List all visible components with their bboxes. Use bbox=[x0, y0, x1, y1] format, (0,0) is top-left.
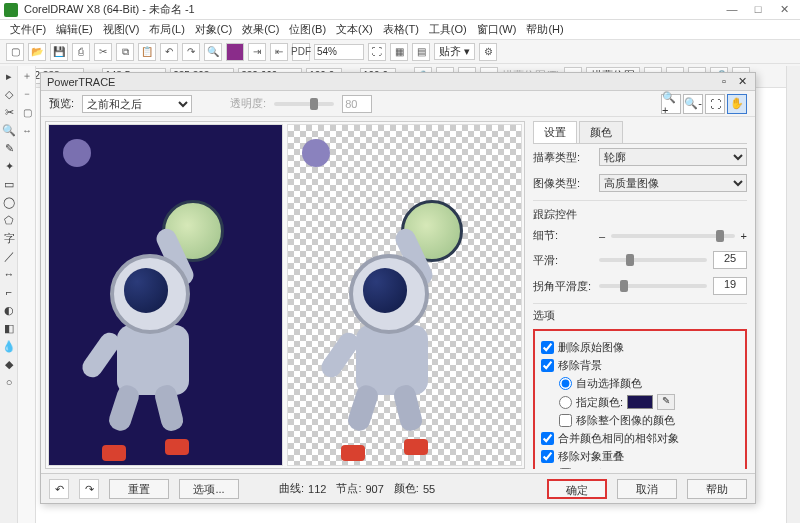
freehand-tool-icon[interactable]: ✎ bbox=[1, 140, 17, 156]
pan-button[interactable]: ✋ bbox=[727, 94, 747, 114]
detail-slider[interactable] bbox=[611, 234, 734, 238]
controls-heading: 跟踪控件 bbox=[533, 207, 747, 222]
text-tool-icon[interactable]: 字 bbox=[1, 230, 17, 246]
redo-step-button[interactable]: ↷ bbox=[79, 479, 99, 499]
delete-original-checkbox[interactable] bbox=[541, 341, 554, 354]
pick-tool-icon[interactable]: ▸ bbox=[1, 68, 17, 84]
import-button[interactable]: ⇥ bbox=[248, 43, 266, 61]
transparency-tool-icon[interactable]: ◧ bbox=[1, 320, 17, 336]
save-button[interactable]: 💾 bbox=[50, 43, 68, 61]
menu-text[interactable]: 文本(X) bbox=[332, 21, 377, 38]
fullscreen-button[interactable]: ⛶ bbox=[368, 43, 386, 61]
zoom-fit-button[interactable]: ⛶ bbox=[705, 94, 725, 114]
menu-bitmap[interactable]: 位图(B) bbox=[285, 21, 330, 38]
color-palette[interactable] bbox=[786, 66, 800, 523]
reset-button[interactable]: 重置 bbox=[109, 479, 169, 499]
remove-bg-checkbox[interactable] bbox=[541, 359, 554, 372]
eyedropper-tool-icon[interactable]: 💧 bbox=[1, 338, 17, 354]
smart-tool-icon[interactable]: ✦ bbox=[1, 158, 17, 174]
menu-effect[interactable]: 效果(C) bbox=[238, 21, 283, 38]
spec-color-radio[interactable] bbox=[559, 396, 572, 409]
dimension-tool-icon[interactable]: ↔ bbox=[1, 266, 17, 282]
zoom-combo[interactable] bbox=[314, 44, 364, 60]
menu-file[interactable]: 文件(F) bbox=[6, 21, 50, 38]
eyedropper-icon[interactable]: ✎ bbox=[657, 394, 675, 410]
remove-entire-checkbox[interactable] bbox=[559, 414, 572, 427]
zoom-in-button[interactable]: 🔍+ bbox=[661, 94, 681, 114]
menu-tools[interactable]: 工具(O) bbox=[425, 21, 471, 38]
line-tool-icon[interactable]: ／ bbox=[1, 248, 17, 264]
options-button[interactable]: ⚙ bbox=[479, 43, 497, 61]
detail-plus-icon[interactable]: + bbox=[741, 230, 747, 242]
fit-page-icon[interactable]: ▢ bbox=[19, 104, 35, 120]
pdf-button[interactable]: PDF bbox=[292, 43, 310, 61]
shadow-tool-icon[interactable]: ◐ bbox=[1, 302, 17, 318]
corner-value[interactable]: 19 bbox=[713, 277, 747, 295]
open-button[interactable]: 📂 bbox=[28, 43, 46, 61]
zoom-out-icon[interactable]: － bbox=[19, 86, 35, 102]
remove-overlap-checkbox[interactable] bbox=[541, 450, 554, 463]
ok-button[interactable]: 确定 bbox=[547, 479, 607, 499]
maximize-button[interactable]: □ bbox=[746, 2, 770, 18]
export-button[interactable]: ⇤ bbox=[270, 43, 288, 61]
snap-dropdown[interactable]: 贴齐 ▾ bbox=[434, 43, 475, 60]
new-doc-button[interactable]: ▢ bbox=[6, 43, 24, 61]
undo-step-button[interactable]: ↶ bbox=[49, 479, 69, 499]
spec-color-swatch[interactable] bbox=[627, 395, 653, 409]
app-launcher-icon[interactable] bbox=[226, 43, 244, 61]
trace-type-label: 描摹类型: bbox=[533, 150, 593, 165]
zoom-out-button[interactable]: 🔍- bbox=[683, 94, 703, 114]
cancel-button[interactable]: 取消 bbox=[617, 479, 677, 499]
minimize-button[interactable]: — bbox=[720, 2, 744, 18]
connector-tool-icon[interactable]: ⌐ bbox=[1, 284, 17, 300]
crop-tool-icon[interactable]: ✂ bbox=[1, 104, 17, 120]
preview-after[interactable] bbox=[287, 124, 522, 466]
menu-edit[interactable]: 编辑(E) bbox=[52, 21, 97, 38]
preview-before[interactable] bbox=[48, 124, 283, 466]
copy-button[interactable]: ⧉ bbox=[116, 43, 134, 61]
zoom-in-icon[interactable]: ＋ bbox=[19, 68, 35, 84]
shape-tool-icon[interactable]: ◇ bbox=[1, 86, 17, 102]
smooth-slider[interactable] bbox=[599, 258, 707, 262]
zoom-tool-icon[interactable]: 🔍 bbox=[1, 122, 17, 138]
menu-object[interactable]: 对象(C) bbox=[191, 21, 236, 38]
options-button[interactable]: 选项... bbox=[179, 479, 239, 499]
tab-settings[interactable]: 设置 bbox=[533, 121, 577, 143]
dialog-undock-button[interactable]: ▫ bbox=[717, 75, 731, 89]
corner-slider[interactable] bbox=[599, 284, 707, 288]
print-button[interactable]: ⎙ bbox=[72, 43, 90, 61]
tab-colors[interactable]: 颜色 bbox=[579, 121, 623, 143]
help-button[interactable]: 帮助 bbox=[687, 479, 747, 499]
undo-button[interactable]: ↶ bbox=[160, 43, 178, 61]
preview-mode-select[interactable]: 之前和之后 bbox=[82, 95, 192, 113]
polygon-tool-icon[interactable]: ⬠ bbox=[1, 212, 17, 228]
close-button[interactable]: ✕ bbox=[772, 2, 796, 18]
preview-label: 预览: bbox=[49, 96, 74, 111]
paste-button[interactable]: 📋 bbox=[138, 43, 156, 61]
ellipse-tool-icon[interactable]: ◯ bbox=[1, 194, 17, 210]
menu-table[interactable]: 表格(T) bbox=[379, 21, 423, 38]
rulers-button[interactable]: ▦ bbox=[390, 43, 408, 61]
redo-button[interactable]: ↷ bbox=[182, 43, 200, 61]
search-button[interactable]: 🔍 bbox=[204, 43, 222, 61]
grid-button[interactable]: ▤ bbox=[412, 43, 430, 61]
cut-button[interactable]: ✂ bbox=[94, 43, 112, 61]
smooth-value[interactable]: 25 bbox=[713, 251, 747, 269]
fit-width-icon[interactable]: ↔ bbox=[19, 122, 35, 138]
merge-adjacent-checkbox[interactable] bbox=[541, 432, 554, 445]
auto-color-radio[interactable] bbox=[559, 377, 572, 390]
group-by-color-checkbox[interactable] bbox=[559, 468, 572, 469]
toolbox-secondary: ＋ － ▢ ↔ bbox=[18, 66, 36, 523]
rectangle-tool-icon[interactable]: ▭ bbox=[1, 176, 17, 192]
menu-help[interactable]: 帮助(H) bbox=[522, 21, 567, 38]
powertrace-dialog: PowerTRACE ▫ ✕ 预览: 之前和之后 透明度: 🔍+ 🔍- ⛶ ✋ bbox=[40, 72, 756, 504]
menu-window[interactable]: 窗口(W) bbox=[473, 21, 521, 38]
menu-view[interactable]: 视图(V) bbox=[99, 21, 144, 38]
trace-type-select[interactable]: 轮廓 bbox=[599, 148, 747, 166]
outline-tool-icon[interactable]: ○ bbox=[1, 374, 17, 390]
image-type-select[interactable]: 高质量图像 bbox=[599, 174, 747, 192]
menu-layout[interactable]: 布局(L) bbox=[145, 21, 188, 38]
dialog-close-button[interactable]: ✕ bbox=[735, 75, 749, 89]
fill-tool-icon[interactable]: ◆ bbox=[1, 356, 17, 372]
detail-minus-icon[interactable]: – bbox=[599, 230, 605, 242]
